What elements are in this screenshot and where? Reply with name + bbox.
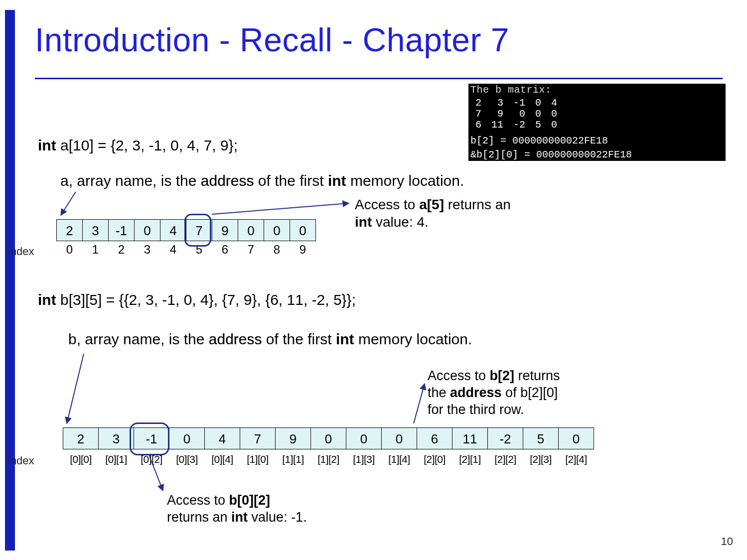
arrow-b2-annotation-to-cell <box>414 384 425 423</box>
idx: 5 <box>186 243 212 257</box>
arrow-b-name-to-array <box>67 354 84 423</box>
idx: 2 <box>108 243 135 257</box>
idx: [0][1] <box>98 453 134 465</box>
text: of the first <box>254 172 328 189</box>
code: a[5] <box>419 197 444 212</box>
array-cell: 2 <box>56 219 83 241</box>
idx: [0][4] <box>204 453 240 465</box>
text: b, array name, is the <box>68 331 209 347</box>
idx: [1][2] <box>310 453 346 465</box>
idx: [1][3] <box>346 453 382 465</box>
array-cell: 0 <box>169 427 205 449</box>
array-cell: 0 <box>558 427 594 449</box>
annotation-a5: Access to a[5] returns an int value: 4. <box>355 196 511 231</box>
array-cell: -2 <box>487 427 523 449</box>
text: value: -1. <box>248 510 307 525</box>
idx: [0][0] <box>63 453 99 465</box>
idx: [2][4] <box>558 453 594 465</box>
arrow-a5-to-annotation <box>212 203 349 214</box>
text: the <box>428 385 450 400</box>
array-cell: 0 <box>290 219 316 241</box>
console-matrix: 2 3 -1 0 4 7 9 0 0 0 6 11 -2 5 0 <box>470 98 562 131</box>
array-cell: 0 <box>238 219 264 241</box>
mcell: 9 <box>486 109 508 120</box>
array-cell: 9 <box>275 427 311 449</box>
array-cell: 9 <box>212 219 238 241</box>
array-cell: 5 <box>523 427 559 449</box>
idx: 9 <box>290 243 316 257</box>
idx: 1 <box>82 243 109 257</box>
array-cell: 4 <box>160 219 186 241</box>
decl-b-body: b[3][5] = {{2, 3, -1, 0, 4}, {7, 9}, {6,… <box>56 291 356 308</box>
arrow-a-name-to-array <box>61 192 76 215</box>
idx: 3 <box>134 243 160 257</box>
mcell: 3 <box>486 98 508 109</box>
array-cell: 7 <box>186 219 212 241</box>
text: returns an <box>444 197 511 212</box>
idx: 6 <box>212 243 238 257</box>
code: b[0][2] <box>229 493 271 508</box>
slide: Introduction - Recall - Chapter 7 The b … <box>0 0 747 560</box>
array-cell: -1 <box>134 427 169 449</box>
text: memory location. <box>346 172 464 189</box>
array-cell: 0 <box>381 427 417 449</box>
array-cell: 0 <box>310 427 346 449</box>
idx: [1][1] <box>275 453 311 465</box>
address-word: address <box>201 172 254 189</box>
array-cell: -1 <box>108 219 135 241</box>
idx: [2][2] <box>487 453 523 465</box>
idx: [0][2] <box>134 453 169 465</box>
accent-bar <box>5 10 15 551</box>
text: Access to <box>167 493 229 508</box>
text: for the third row. <box>428 402 524 417</box>
idx: [2][3] <box>523 453 559 465</box>
mcell: 7 <box>470 109 486 120</box>
index-label-a: index <box>8 245 34 258</box>
console-output: The b matrix: 2 3 -1 0 4 7 9 0 0 0 6 11 … <box>468 84 726 161</box>
idx: 8 <box>264 243 290 257</box>
idx: 7 <box>238 243 264 257</box>
keyword-int: int <box>38 291 56 308</box>
idx: 0 <box>56 243 83 257</box>
mcell: 2 <box>470 98 486 109</box>
mcell: 0 <box>530 109 546 120</box>
array-cell: 11 <box>452 427 488 449</box>
idx: [0][3] <box>169 453 205 465</box>
keyword-int: int <box>328 172 346 189</box>
page-number: 10 <box>721 535 733 548</box>
text: Access to <box>355 197 419 212</box>
annotation-b02: Access to b[0][2] returns an int value: … <box>167 492 307 526</box>
array-cell: 3 <box>82 219 109 241</box>
idx: [1][4] <box>381 453 417 465</box>
mcell: 0 <box>546 120 562 131</box>
decl-a-body: a[10] = {2, 3, -1, 0, 4, 7, 9}; <box>56 137 238 153</box>
annotation-b2: Access to b[2] returns the address of b[… <box>428 368 560 418</box>
mcell: 5 <box>530 120 546 131</box>
keyword-int: int <box>231 510 248 525</box>
text: value: 4. <box>372 214 429 230</box>
mcell: 6 <box>470 120 486 131</box>
slide-title: Introduction - Recall - Chapter 7 <box>35 21 509 59</box>
mcell: -2 <box>508 120 530 131</box>
array-cell: 3 <box>98 427 134 449</box>
array-b: 23-10479000611-250 <box>63 427 594 449</box>
expl-a: a, array name, is the address of the fir… <box>60 172 464 189</box>
idx: [2][1] <box>452 453 488 465</box>
text: memory location. <box>354 331 472 347</box>
decl-a: int a[10] = {2, 3, -1, 0, 4, 7, 9}; <box>38 137 238 154</box>
array-cell: 7 <box>240 427 276 449</box>
expl-b: b, array name, is the address of the fir… <box>68 331 472 348</box>
array-cell: 2 <box>63 427 99 449</box>
console-header: The b matrix: <box>470 85 724 96</box>
mcell: 11 <box>486 120 508 131</box>
array-cell: 6 <box>417 427 452 449</box>
mcell: 0 <box>508 109 530 120</box>
text: returns an <box>167 510 231 525</box>
console-line-1: b[2] = 000000000022FE18 <box>470 136 724 146</box>
idx: [1][0] <box>240 453 276 465</box>
array-cell: 0 <box>134 219 160 241</box>
address-word: address <box>209 331 262 347</box>
array-cell: 0 <box>346 427 382 449</box>
console-line-2: &b[2][0] = 000000000022FE18 <box>470 149 724 160</box>
text: Access to <box>428 368 490 383</box>
